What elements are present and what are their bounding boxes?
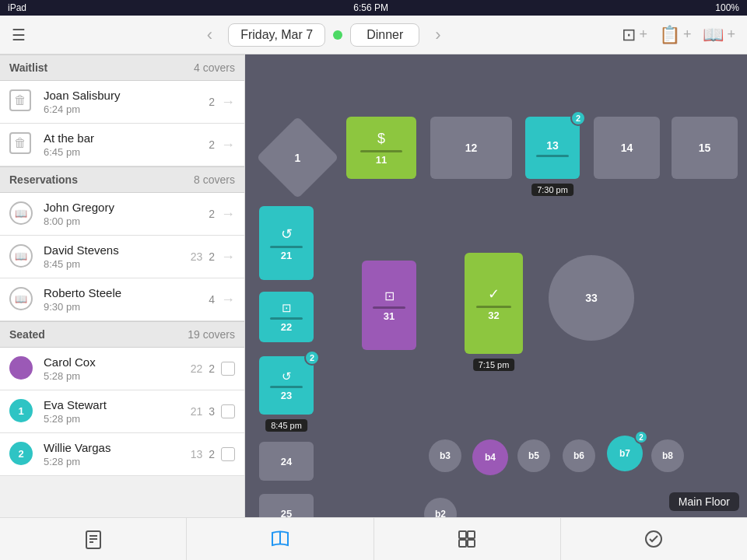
tab-grid[interactable]	[374, 518, 561, 560]
joan-arrow: →	[221, 94, 235, 110]
eva-time: 5:28 pm	[44, 413, 191, 425]
willie-name: Willie Vargas	[44, 441, 191, 454]
willie-info: Willie Vargas 5:28 pm	[44, 441, 191, 467]
table-1[interactable]: 1	[256, 116, 338, 198]
bar-arrow: →	[221, 137, 235, 153]
table-22[interactable]: ⊡ 22	[259, 292, 314, 342]
table-12-label: 12	[465, 142, 478, 154]
sidebar: Waitlist 4 covers 🗑 Joan Salisbury 6:24 …	[0, 54, 245, 517]
waitlist-item-joan[interactable]: 🗑 Joan Salisbury 6:24 pm 2 →	[0, 81, 244, 124]
table-13[interactable]: 2 13 7:30 pm	[525, 117, 580, 179]
add-reservation-button[interactable]: 📋 +	[659, 25, 692, 45]
table-33[interactable]: 33	[549, 255, 634, 341]
tab-floor[interactable]	[187, 518, 374, 560]
willie-avatar: 2	[9, 442, 34, 467]
john-info: John Gregory 8:00 pm	[44, 201, 209, 227]
add-book-button[interactable]: 📖 +	[703, 25, 735, 45]
table-11-label: 11	[376, 154, 387, 166]
book-icon-roberto: 📖	[9, 287, 34, 312]
table-12[interactable]: 12	[430, 117, 512, 179]
eva-name: Eva Stewart	[44, 398, 191, 411]
table-13-bar	[536, 155, 569, 157]
john-arrow: →	[221, 206, 235, 222]
menu-button[interactable]: ☰	[12, 26, 26, 44]
eva-right: 21 3	[191, 404, 235, 418]
tab-bar	[0, 517, 747, 560]
table-22-label: 22	[281, 321, 292, 333]
table-21-bar	[270, 246, 303, 248]
joan-right: 2 →	[209, 94, 235, 110]
david-right: 23 2 →	[191, 249, 235, 265]
seated-item-carol[interactable]: Carol Cox 5:28 pm 22 2	[0, 348, 244, 390]
roberto-name: Roberto Steele	[44, 286, 209, 299]
nav-group: ‹ Friday, Mar 7 Dinner ›	[199, 23, 449, 47]
table-32[interactable]: ✓ 32 7:15 pm	[465, 253, 523, 354]
bar-time: 6:45 pm	[44, 146, 209, 158]
seated-item-willie[interactable]: 2 Willie Vargas 5:28 pm 13 2	[0, 433, 244, 476]
table-31[interactable]: ⊡ 31	[362, 261, 416, 350]
tab-waitlist[interactable]	[0, 518, 187, 560]
table-32-tooltip: 7:15 pm	[473, 359, 515, 371]
eva-checkbox[interactable]	[221, 404, 235, 418]
table-23-bar	[270, 386, 303, 388]
prev-arrow[interactable]: ‹	[199, 25, 220, 45]
carol-covers: 2	[209, 362, 215, 375]
reservation-item-john[interactable]: 📖 John Gregory 8:00 pm 2 →	[0, 193, 244, 236]
table-14-label: 14	[621, 142, 633, 154]
reservation-item-david[interactable]: 📖 David Stevens 8:45 pm 23 2 →	[0, 236, 244, 278]
waitlist-section-header: Waitlist 4 covers	[0, 54, 244, 81]
seated-title: Seated	[9, 328, 45, 341]
tab-check[interactable]	[561, 518, 747, 560]
main-floor-label: Main Floor	[669, 492, 739, 511]
table-b6[interactable]: b6	[563, 439, 595, 472]
trash-icon-joan: 🗑	[9, 89, 34, 114]
carol-time: 5:28 pm	[44, 370, 191, 382]
waitlist-item-bar[interactable]: 🗑 At the bar 6:45 pm 2 →	[0, 124, 244, 166]
bar-covers: 2	[209, 138, 215, 151]
roberto-info: Roberto Steele 9:30 pm	[44, 286, 209, 313]
table-14[interactable]: 14	[594, 117, 660, 179]
table-b2-label: b2	[435, 509, 446, 517]
book-icon-john: 📖	[9, 201, 34, 226]
table-b5[interactable]: b5	[517, 439, 550, 472]
willie-covers: 2	[209, 448, 215, 460]
table-21[interactable]: ↺ 21	[259, 206, 314, 280]
reservation-item-roberto[interactable]: 📖 Roberto Steele 9:30 pm 4 →	[0, 278, 244, 321]
table-31-label: 31	[384, 310, 395, 322]
table-24-label: 24	[281, 456, 292, 467]
table-22-icon: ⊡	[282, 301, 292, 315]
book-icon-david: 📖	[9, 244, 34, 269]
table-23-badge: 2	[304, 350, 320, 366]
table-11[interactable]: $ 11	[346, 117, 416, 179]
table-23[interactable]: 2 ↺ 23 8:45 pm	[259, 356, 314, 415]
svg-rect-6	[468, 531, 475, 538]
add-table-button[interactable]: ⊡ +	[622, 25, 647, 45]
john-time: 8:00 pm	[44, 215, 209, 227]
roberto-arrow: →	[221, 292, 235, 308]
reservations-section-header: Reservations 8 covers	[0, 166, 244, 193]
table-11-bar	[360, 150, 402, 152]
joan-info: Joan Salisbury 6:24 pm	[44, 89, 209, 115]
date-display[interactable]: Friday, Mar 7	[228, 23, 325, 47]
table-b3-label: b3	[440, 450, 451, 461]
next-arrow[interactable]: ›	[427, 25, 448, 45]
table-25[interactable]: 25	[259, 494, 314, 517]
table-b4[interactable]: b4	[472, 439, 508, 475]
table-33-label: 33	[585, 292, 598, 304]
table-32-check: ✓	[488, 285, 500, 303]
david-name: David Stevens	[44, 243, 191, 257]
table-15[interactable]: 15	[672, 117, 738, 179]
carrier-wifi: iPad	[8, 2, 26, 13]
table-b7[interactable]: 2 b7	[607, 436, 643, 471]
table-24[interactable]: 24	[259, 442, 314, 481]
willie-right: 13 2	[191, 447, 235, 461]
david-info: David Stevens 8:45 pm	[44, 243, 191, 270]
service-display[interactable]: Dinner	[350, 23, 419, 47]
table-b8[interactable]: b8	[651, 439, 684, 472]
table-b3[interactable]: b3	[429, 439, 461, 472]
david-arrow: →	[221, 249, 235, 265]
table-b2[interactable]: b2	[424, 498, 457, 517]
seated-item-eva[interactable]: 1 Eva Stewart 5:28 pm 21 3	[0, 390, 244, 433]
carol-checkbox[interactable]	[221, 362, 235, 376]
willie-checkbox[interactable]	[221, 447, 235, 461]
